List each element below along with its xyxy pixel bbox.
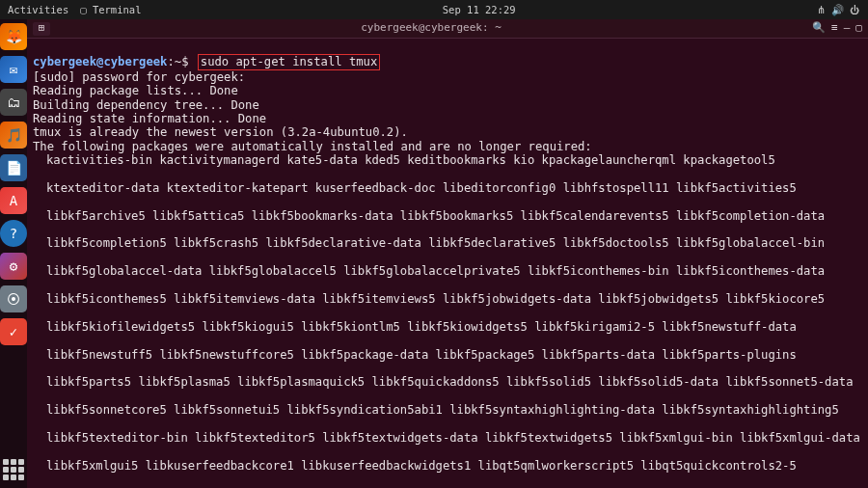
prompt-line-1: cybergeek@cybergeek:~$ sudo apt-get inst… (33, 55, 380, 68)
dock-disks-icon[interactable]: ⦿ (0, 285, 27, 312)
terminal-viewport[interactable]: cybergeek@cybergeek:~$ sudo apt-get inst… (27, 39, 868, 488)
dock-rhythmbox-icon[interactable]: 🎵 (0, 122, 27, 149)
pkg-line: libkf5parts5 libkf5plasma5 libkf5plasmaq… (33, 375, 868, 389)
maximize-icon[interactable]: ▢ (855, 22, 862, 35)
dock-todoist-icon[interactable]: ✓ (0, 318, 27, 345)
terminal-indicator[interactable]: ▢ Terminal (80, 4, 141, 15)
prompt-host: cybergeek (103, 55, 167, 68)
dock-thunderbird-icon[interactable]: ✉ (0, 56, 27, 83)
dock-settings-icon[interactable]: ⚙ (0, 253, 27, 280)
terminal-titlebar: ⊞ cybergeek@cybergeek: ~ 🔍 ≡ – ▢ × (27, 19, 868, 39)
activities-button[interactable]: Activities (8, 4, 68, 15)
dock-firefox-icon[interactable]: 🦊 (0, 23, 27, 50)
pkg-line: kactivities-bin kactivitymanagerd kate5-… (33, 153, 868, 167)
power-icon[interactable]: ⏻ (850, 4, 860, 15)
window-title: cybergeek@cybergeek: ~ (50, 22, 812, 35)
network-icon[interactable]: ⋔ (817, 4, 826, 15)
pkg-line: ktexteditor-data ktexteditor-katepart ku… (33, 181, 868, 195)
pkg-line: libkf5newstuff5 libkf5newstuffcore5 libk… (33, 348, 868, 362)
pkg-line: libkf5completion5 libkf5crash5 libkf5dec… (33, 236, 868, 250)
new-tab-icon[interactable]: ⊞ (33, 22, 50, 36)
show-applications-icon[interactable] (3, 459, 24, 480)
volume-icon[interactable]: 🔊 (831, 4, 844, 15)
pkg-line: libkf5xmlgui5 libkuserfeedbackcore1 libk… (33, 459, 868, 473)
highlighted-command: sudo apt-get install tmux (198, 54, 380, 69)
output-line: The following packages were automaticall… (33, 140, 592, 153)
minimize-icon[interactable]: – (844, 22, 851, 35)
output-line: [sudo] password for cybergeek: (33, 70, 245, 84)
dock-libreoffice-icon[interactable]: 📄 (0, 154, 27, 181)
gnome-top-panel: Activities ▢ Terminal Sep 11 22:29 ⋔ 🔊 ⏻ (0, 0, 868, 19)
prompt-user: cybergeek (33, 55, 96, 68)
pkg-line: libkf5kiofilewidgets5 libkf5kiogui5 libk… (33, 320, 868, 334)
pkg-line: libkf5globalaccel-data libkf5globalaccel… (33, 264, 868, 278)
dock-help-icon[interactable]: ? (0, 220, 27, 247)
dock-software-icon[interactable]: A (0, 187, 27, 214)
ubuntu-dock: 🦊 ✉ 🗂 🎵 📄 A ? ⚙ ⦿ ✓ (0, 19, 27, 488)
pkg-line: libkf5texteditor-bin libkf5texteditor5 l… (33, 431, 868, 445)
clock[interactable]: Sep 11 22:29 (443, 4, 516, 15)
pkg-line: libkf5archive5 libkf5attica5 libkf5bookm… (33, 209, 868, 223)
output-line: Building dependency tree... Done (33, 98, 259, 112)
menu-icon[interactable]: ≡ (831, 22, 838, 35)
search-icon[interactable]: 🔍 (812, 22, 826, 35)
pkg-line: libkf5sonnetcore5 libkf5sonnetui5 libkf5… (33, 403, 868, 417)
output-line: Reading package lists... Done (33, 84, 238, 97)
output-line: Reading state information... Done (33, 112, 266, 125)
output-line: tmux is already the newest version (3.2a… (33, 125, 408, 139)
pkg-line: libkf5iconthemes5 libkf5itemviews-data l… (33, 292, 868, 306)
dock-files-icon[interactable]: 🗂 (0, 89, 27, 116)
